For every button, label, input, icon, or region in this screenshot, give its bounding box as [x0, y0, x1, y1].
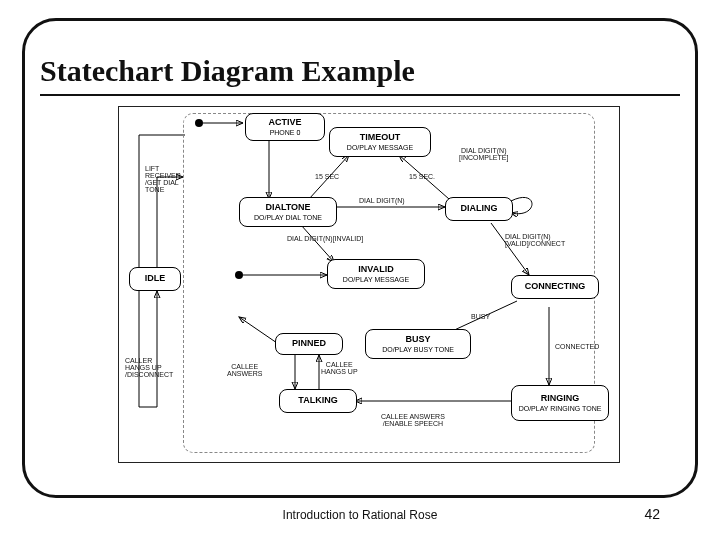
- state-dialtone: DIALTONE DO/PLAY DIAL TONE: [239, 197, 337, 227]
- transition-callee-answers: CALLEE ANSWERS: [227, 363, 262, 377]
- transition-callee-answers-enable: CALLEE ANSWERS /ENABLE SPEECH: [381, 413, 445, 427]
- state-label: TIMEOUT: [360, 133, 401, 143]
- state-label: IDLE: [145, 274, 166, 284]
- state-label: ACTIVE: [268, 118, 301, 128]
- state-idle: IDLE: [129, 267, 181, 291]
- state-invalid: INVALID DO/PLAY MESSAGE: [327, 259, 425, 289]
- transition-dial-digit: DIAL DIGIT(N): [359, 197, 405, 204]
- state-busy: BUSY DO/PLAY BUSY TONE: [365, 329, 471, 359]
- title-underline: [40, 94, 680, 96]
- transition-dial-valid: DIAL DIGIT(N) [VALID]/CONNECT: [505, 233, 565, 247]
- transition-dial-invalid: DIAL DIGIT(N)[INVALID]: [287, 235, 363, 242]
- state-label: BUSY: [405, 335, 430, 345]
- transition-caller-hangs-up: CALLER HANGS UP /DISCONNECT: [125, 357, 173, 378]
- state-active: ACTIVE PHONE 0: [245, 113, 325, 141]
- state-label: CONNECTING: [525, 282, 586, 292]
- state-label: RINGING: [541, 394, 580, 404]
- state-label: DIALING: [461, 204, 498, 214]
- state-timeout: TIMEOUT DO/PLAY MESSAGE: [329, 127, 431, 157]
- statechart-diagram: ACTIVE PHONE 0 TIMEOUT DO/PLAY MESSAGE D…: [118, 106, 620, 463]
- state-sublabel: PHONE 0: [270, 129, 301, 137]
- state-connecting: CONNECTING: [511, 275, 599, 299]
- state-label: INVALID: [358, 265, 393, 275]
- state-pinned: PINNED: [275, 333, 343, 355]
- state-dialing: DIALING: [445, 197, 513, 221]
- footer-text: Introduction to Rational Rose: [0, 508, 720, 522]
- state-sublabel: DO/PLAY RINGING TONE: [519, 405, 602, 413]
- transition-lift-receiver: LIFT RECEIVER /GET DIAL TONE: [145, 165, 181, 193]
- slide: Statechart Diagram Example: [0, 0, 720, 540]
- state-sublabel: DO/PLAY DIAL TONE: [254, 214, 322, 222]
- state-sublabel: DO/PLAY MESSAGE: [343, 276, 409, 284]
- state-label: TALKING: [298, 396, 337, 406]
- page-number: 42: [644, 506, 660, 522]
- transition-callee-hangs-up: CALLEE HANGS UP: [321, 361, 358, 375]
- state-label: PINNED: [292, 339, 326, 349]
- state-label: DIALTONE: [265, 203, 310, 213]
- transition-dial-incomplete: DIAL DIGIT(N) [INCOMPLETE]: [459, 147, 508, 161]
- transition-15sec-a: 15 SEC: [315, 173, 339, 180]
- state-talking: TALKING: [279, 389, 357, 413]
- transition-connected: CONNECTED: [555, 343, 599, 350]
- state-sublabel: DO/PLAY BUSY TONE: [382, 346, 454, 354]
- transition-15sec-b: 15 SEC.: [409, 173, 435, 180]
- state-ringing: RINGING DO/PLAY RINGING TONE: [511, 385, 609, 421]
- slide-title: Statechart Diagram Example: [40, 54, 415, 88]
- state-sublabel: DO/PLAY MESSAGE: [347, 144, 413, 152]
- transition-busy: BUSY: [471, 313, 490, 320]
